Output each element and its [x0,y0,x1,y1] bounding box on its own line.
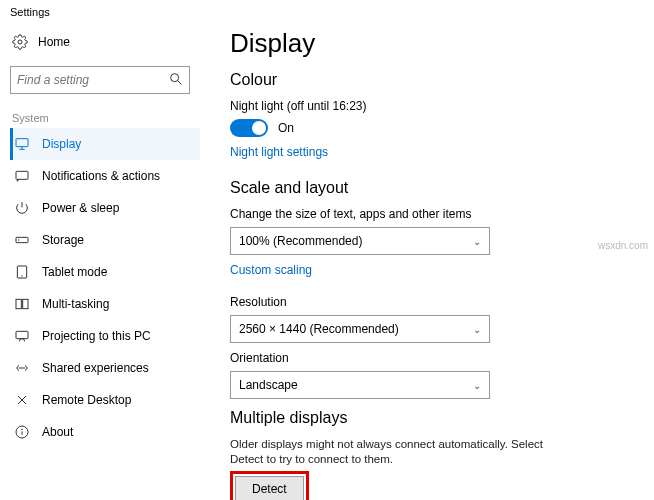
power-icon [14,200,30,216]
tablet-icon [14,264,30,280]
text-size-dropdown[interactable]: 100% (Recommended) ⌄ [230,227,490,255]
svg-rect-11 [16,299,21,308]
sidebar-item-tablet[interactable]: Tablet mode [10,256,200,288]
search-field[interactable] [17,73,168,87]
chevron-down-icon: ⌄ [473,236,481,247]
sidebar-item-multitasking[interactable]: Multi-tasking [10,288,200,320]
section-label-system: System [10,112,200,124]
svg-point-8 [18,239,19,240]
sidebar-item-label: Storage [42,233,84,247]
sidebar-item-about[interactable]: About [10,416,200,448]
sidebar-item-remote[interactable]: Remote Desktop [10,384,200,416]
window-title: Settings [0,0,654,24]
sidebar-item-storage[interactable]: Storage [10,224,200,256]
text-size-label: Change the size of text, apps and other … [230,207,644,221]
toggle-state-text: On [278,121,294,135]
sidebar-item-label: Tablet mode [42,265,107,279]
orientation-dropdown[interactable]: Landscape ⌄ [230,371,490,399]
sidebar-item-label: Display [42,137,81,151]
section-multiple-displays: Multiple displays [230,409,644,427]
monitor-icon [14,136,30,152]
sidebar-item-label: Notifications & actions [42,169,160,183]
svg-rect-6 [16,171,28,179]
night-light-toggle[interactable] [230,119,268,137]
chevron-down-icon: ⌄ [473,380,481,391]
nav-home[interactable]: Home [10,28,200,56]
sidebar-item-shared[interactable]: Shared experiences [10,352,200,384]
message-icon [14,168,30,184]
sidebar-item-label: Power & sleep [42,201,119,215]
sidebar: Home System Display Notifications & acti… [10,28,200,500]
storage-icon [14,232,30,248]
orientation-label: Orientation [230,351,644,365]
search-input[interactable] [10,66,190,94]
highlight-annotation: Detect [230,471,309,500]
text-size-value: 100% (Recommended) [239,234,362,248]
resolution-value: 2560 × 1440 (Recommended) [239,322,399,336]
orientation-value: Landscape [239,378,298,392]
info-icon [14,424,30,440]
nav-home-label: Home [38,35,70,49]
night-light-label: Night light (off until 16:23) [230,99,644,113]
svg-line-2 [178,80,182,84]
sidebar-item-label: Multi-tasking [42,297,109,311]
projecting-icon [14,328,30,344]
svg-rect-12 [23,299,28,308]
remote-icon [14,392,30,408]
night-light-settings-link[interactable]: Night light settings [230,145,328,159]
resolution-label: Resolution [230,295,644,309]
resolution-dropdown[interactable]: 2560 × 1440 (Recommended) ⌄ [230,315,490,343]
svg-point-0 [18,40,22,44]
multiple-displays-desc: Older displays might not always connect … [230,437,570,467]
svg-rect-3 [16,139,28,147]
watermark: wsxdn.com [598,240,648,251]
sidebar-item-display[interactable]: Display [10,128,200,160]
gear-icon [12,34,28,50]
sidebar-item-label: Remote Desktop [42,393,131,407]
page-title: Display [230,28,644,59]
chevron-down-icon: ⌄ [473,324,481,335]
svg-rect-13 [16,331,28,338]
svg-point-18 [22,429,23,430]
sidebar-item-notifications[interactable]: Notifications & actions [10,160,200,192]
detect-button[interactable]: Detect [235,476,304,500]
sidebar-item-label: Projecting to this PC [42,329,151,343]
custom-scaling-link[interactable]: Custom scaling [230,263,312,277]
sidebar-item-projecting[interactable]: Projecting to this PC [10,320,200,352]
section-colour: Colour [230,71,644,89]
section-scale: Scale and layout [230,179,644,197]
sidebar-item-label: About [42,425,73,439]
svg-point-1 [171,73,179,81]
sidebar-item-power[interactable]: Power & sleep [10,192,200,224]
content-panel: Display Colour Night light (off until 16… [200,28,644,500]
search-icon [168,71,184,90]
svg-rect-7 [16,237,28,242]
multitasking-icon [14,296,30,312]
shared-icon [14,360,30,376]
sidebar-item-label: Shared experiences [42,361,149,375]
